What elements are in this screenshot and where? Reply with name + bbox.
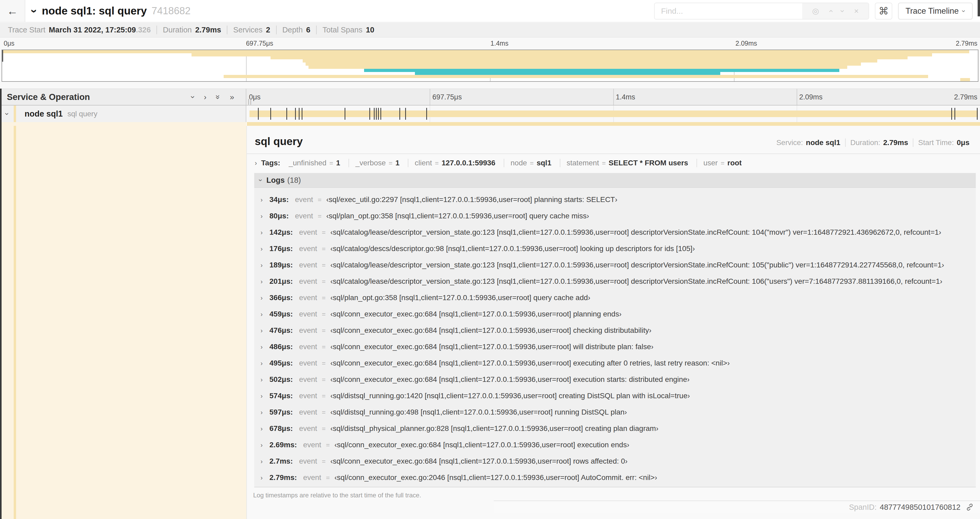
left-scrollbar[interactable] [0,89,2,519]
detail-meta-label: Duration: [850,139,880,147]
detail-meta-value: node sql1 [806,139,840,147]
find-input[interactable] [655,3,802,19]
tags-row[interactable]: › Tags: _unfinished = 1 _verbose = [247,154,980,172]
collapse-one-icon[interactable]: › [189,96,197,98]
log-chevron-icon[interactable]: › [261,230,262,236]
minimap-span-bar [2,50,969,53]
log-row[interactable]: › 366μs: event = ‹sql/plan_opt.go:358 [n… [254,289,976,306]
minimap-tick-label: 697.75μs [246,40,273,47]
log-chevron-icon[interactable]: › [261,246,262,252]
log-timestamp: 476μs: [269,326,293,334]
log-row[interactable]: › 80μs: event = ‹sql/plan_opt.go:358 [ns… [254,208,976,224]
column-resizer-handle[interactable]: || [248,97,252,105]
tags-chevron-icon[interactable]: › [255,160,257,166]
back-arrow-icon: ← [7,5,18,18]
log-chevron-icon[interactable]: › [261,344,262,350]
logs-header[interactable]: › Logs (18) [254,173,976,188]
tag-key: node [511,159,527,167]
log-field-key: event [299,326,317,334]
log-chevron-icon[interactable]: › [261,278,262,285]
log-row[interactable]: › 678μs: event = ‹sql/distsql_physical_p… [254,420,976,437]
log-chevron-icon[interactable]: › [261,197,262,203]
log-row[interactable]: › 495μs: event = ‹sql/conn_executor_exec… [254,355,976,371]
log-chevron-icon[interactable]: › [261,311,262,318]
tag-equals: = [721,159,724,167]
minimap-span-row [2,53,978,56]
collapse-all-icon[interactable]: » [214,95,222,99]
log-chevron-icon[interactable]: › [261,213,262,219]
log-chevron-icon[interactable]: › [261,475,262,481]
log-row[interactable]: › 476μs: event = ‹sql/conn_executor_exec… [254,322,976,339]
minimap-span-bar [364,69,839,72]
log-chevron-icon[interactable]: › [261,393,262,399]
collapse-trace-chevron-icon[interactable]: › [29,9,40,13]
trace-view-selector[interactable]: Trace Timeline › [898,3,973,19]
span-children-chevron-icon[interactable]: › [3,113,11,115]
trace-viewer: ← › node sql1: sql query 7418682 ◎ › › ×… [0,0,980,519]
log-row[interactable]: › 459μs: event = ‹sql/conn_executor_exec… [254,306,976,322]
log-chevron-icon[interactable]: › [261,295,262,301]
keyboard-shortcuts-button[interactable]: ⌘ [875,3,892,19]
clear-search-icon[interactable]: × [854,7,859,15]
log-chevron-icon[interactable]: › [261,262,262,268]
logs-chevron-icon[interactable]: › [258,179,264,181]
minimap-left-scrubber[interactable] [2,50,3,62]
ruler-gridline [430,89,430,105]
log-row[interactable]: › 574μs: event = ‹sql/distsql_running.go… [254,388,976,404]
back-button[interactable]: ← [0,0,25,22]
deep-link-icon[interactable] [965,503,974,512]
log-timestamp: 2.7ms: [269,457,293,465]
trace-meta-bar: Trace Start March 31 2022, 17:25:09 .326… [0,22,980,37]
log-chevron-icon[interactable]: › [261,409,262,416]
log-row[interactable]: › 189μs: event = ‹sql/catalog/lease/desc… [254,257,976,273]
log-row[interactable]: › 2.79ms: event = ‹sql/conn_executor_exe… [254,469,976,486]
span-detail-title: sql query [255,135,303,148]
focus-match-icon[interactable]: ◎ [812,7,819,15]
expand-one-icon[interactable]: › [204,93,207,101]
log-marker-tick [405,108,406,120]
log-marker-tick [299,108,299,120]
timeline-header-row: Service & Operation › › » » || 0μs 697.7… [0,89,980,105]
logs-section: › Logs (18) › 34μs: event = ‹sql/exec_ut… [254,173,976,487]
span-row-name-cell[interactable]: › node sql1 sql query [0,105,246,122]
log-timestamp: 34μs: [269,195,289,204]
log-row[interactable]: › 142μs: event = ‹sql/catalog/lease/desc… [254,224,976,241]
right-scrollbar-thumb[interactable] [978,0,980,16]
tag-key: _unfinished [289,159,326,167]
log-chevron-icon[interactable]: › [261,360,262,367]
log-row[interactable]: › 34μs: event = ‹sql/exec_util.go:2297 [… [254,192,976,208]
log-chevron-icon[interactable]: › [261,458,262,465]
minimap-canvas[interactable] [2,50,978,82]
log-equals: = [322,343,326,350]
log-row[interactable]: › 502μs: event = ‹sql/conn_executor_exec… [254,371,976,388]
log-chevron-icon[interactable]: › [261,377,262,383]
span-color-stripe [14,105,16,122]
log-row[interactable]: › 176μs: event = ‹sql/catalog/descs/desc… [254,241,976,257]
log-row[interactable]: › 2.69ms: event = ‹sql/conn_executor_exe… [254,437,976,453]
tags-label: Tags: [261,159,280,167]
log-field-key: event [303,441,321,449]
log-field-value: ‹sql/exec_util.go:2297 [nsql1,client=127… [326,195,617,204]
expand-all-icon[interactable]: » [230,93,234,101]
log-field-value: ‹sql/catalog/lease/descriptor_version_st… [330,277,942,285]
log-timestamp: 495μs: [269,359,293,367]
tag-key: statement [567,159,599,167]
log-chevron-icon[interactable]: › [261,426,262,432]
minimap-tick-label: 1.4ms [490,40,508,47]
meta-label: Total Spans [323,26,363,34]
log-chevron-icon[interactable]: › [261,442,262,448]
minimap-span-bar [415,72,720,75]
next-result-icon[interactable]: › [839,10,847,13]
tag-value: 127.0.0.1:59936 [442,159,495,167]
log-field-key: event [295,212,313,220]
detail-accent-strip [0,122,980,126]
log-row[interactable]: › 201μs: event = ‹sql/catalog/lease/desc… [254,273,976,289]
log-row[interactable]: › 2.7ms: event = ‹sql/conn_executor_exec… [254,453,976,469]
log-row[interactable]: › 486μs: event = ‹sql/conn_executor_exec… [254,339,976,355]
log-chevron-icon[interactable]: › [261,327,262,334]
prev-result-icon[interactable]: › [826,10,834,13]
log-field-key: event [299,343,317,351]
span-indent-stripe [14,126,16,519]
log-row[interactable]: › 597μs: event = ‹sql/distsql_running.go… [254,404,976,420]
log-equals: = [322,327,326,334]
